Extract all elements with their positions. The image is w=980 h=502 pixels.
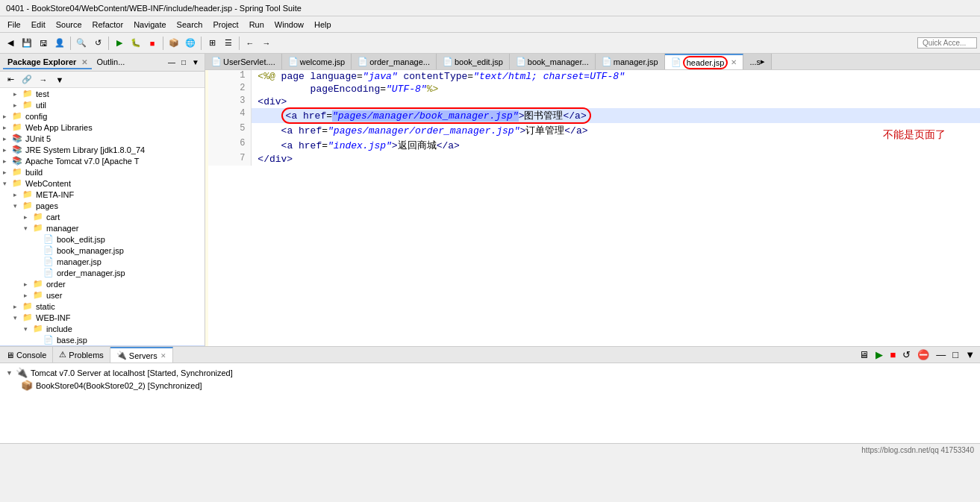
toolbar-server-btn[interactable]: 🌐: [183, 36, 198, 51]
toolbar-perspectives-btn[interactable]: ⊞: [205, 36, 219, 51]
menu-window[interactable]: Window: [270, 19, 308, 31]
code-line: 1<%@ page language="java" contentType="t…: [208, 70, 980, 83]
menu-source[interactable]: Source: [52, 19, 87, 31]
code-editor[interactable]: 不能是页面了 1<%@ page language="java" content…: [205, 70, 980, 346]
server-label: Tomcat v7.0 Server at localhost [Started…: [31, 368, 233, 377]
sidebar-minimize-icon[interactable]: —: [166, 57, 178, 67]
tree-file-icon: 📁: [33, 324, 45, 333]
tree-arrow: ▸: [3, 135, 12, 142]
bottom-tab-console[interactable]: 🖥 Console: [0, 347, 53, 363]
bottom-toolbar-minimize-icon[interactable]: —: [934, 348, 948, 361]
bottom-tab-servers[interactable]: 🔌 Servers ✕: [110, 347, 173, 363]
tab-close-icon[interactable]: ✕: [731, 58, 737, 66]
tree-item-config[interactable]: ▸📁config: [0, 110, 205, 122]
toolbar-back-btn[interactable]: ◀: [3, 36, 18, 51]
menu-refactor[interactable]: Refactor: [88, 19, 128, 31]
bottom-tab-problems[interactable]: ⚠ Problems: [53, 347, 110, 363]
sidebar-maximize-icon[interactable]: □: [179, 57, 188, 67]
toolbar-search-btn[interactable]: 🔍: [74, 36, 89, 51]
tree-item-webcontent[interactable]: ▾📁WebContent: [0, 178, 205, 189]
code-line: 5 <a href="pages/manager/order_manager.j…: [208, 123, 980, 138]
toolbar-refresh-btn[interactable]: ↺: [90, 36, 105, 51]
tree-item-static[interactable]: ▸📁static: [0, 301, 205, 312]
bottom-toolbar-stop-icon[interactable]: ■: [887, 348, 898, 361]
tree-item-include[interactable]: ▾📁include: [0, 323, 205, 334]
editor-tab-welcome[interactable]: 📄 welcome.jsp: [282, 54, 352, 69]
tree-item-webinf[interactable]: ▾📁WEB-INF: [0, 312, 205, 323]
tree-item-base_jsp[interactable]: 📄base.jsp: [0, 334, 205, 345]
menu-navigate[interactable]: Navigate: [129, 19, 170, 31]
tree-arrow: ▸: [3, 113, 12, 120]
tree-item-junit5[interactable]: ▸📚JUnit 5: [0, 133, 205, 144]
tree-item-user[interactable]: ▸📁user: [0, 289, 205, 301]
tree-file-icon: 📁: [22, 201, 34, 210]
tree-item-book_edit[interactable]: 📄book_edit.jsp: [0, 233, 205, 245]
menu-run[interactable]: Run: [245, 19, 269, 31]
tree-item-metainf[interactable]: ▸📁META-INF: [0, 189, 205, 200]
toolbar-layout-btn[interactable]: ☰: [221, 36, 236, 51]
sidebar-menu-icon[interactable]: ▼: [52, 72, 67, 87]
tree-item-manager[interactable]: ▾📁manager: [0, 222, 205, 233]
editor-tab-order-manage[interactable]: 📄 order_manage...: [352, 54, 437, 69]
tree-item-manager_jsp[interactable]: 📄manager.jsp: [0, 256, 205, 267]
menu-edit[interactable]: Edit: [27, 19, 50, 31]
bottom-toolbar-maximize-icon[interactable]: □: [950, 348, 961, 361]
line-number: 4: [208, 108, 252, 123]
tree-item-order_manager[interactable]: 📄order_manager.jsp: [0, 267, 205, 278]
bottom-toolbar-restart-icon[interactable]: ↺: [900, 348, 913, 361]
toolbar-user-btn[interactable]: 👤: [52, 36, 67, 51]
tree-file-icon: 📁: [22, 301, 34, 311]
sidebar-forward-icon[interactable]: →: [36, 72, 51, 87]
toolbar-prev-btn[interactable]: ←: [243, 36, 258, 51]
editor-tab-more[interactable]: ...s ▸: [743, 54, 772, 69]
bottom-toolbar-disconnect-icon[interactable]: ⛔: [915, 348, 931, 361]
tree-item-util[interactable]: ▸📁util: [0, 99, 205, 110]
tree-item-pages[interactable]: ▾📁pages: [0, 200, 205, 211]
tree-container[interactable]: ▸📁test▸📁util▸📁config▸📁Web App Libraries▸…: [0, 88, 205, 346]
editor-tab-label: order_manage...: [369, 57, 430, 66]
toolbar-sep5: [239, 37, 240, 50]
menu-file[interactable]: File: [3, 19, 25, 31]
toolbar-save2-btn[interactable]: 🖫: [36, 36, 51, 51]
sidebar-close-icon[interactable]: ▼: [190, 57, 202, 67]
tree-item-test[interactable]: ▸📁test: [0, 88, 205, 99]
menu-bar: File Edit Source Refactor Navigate Searc…: [0, 16, 980, 33]
toolbar-deploy-btn[interactable]: 📦: [166, 36, 181, 51]
tree-item-header_jsp[interactable]: 📄header.jsp: [0, 345, 205, 346]
editor-tab-book-edit[interactable]: 📄 book_edit.jsp: [437, 54, 510, 69]
editor-tab-label: welcome.jsp: [300, 57, 346, 66]
toolbar-debug-btn[interactable]: 🐛: [128, 36, 143, 51]
toolbar-next-btn[interactable]: →: [259, 36, 274, 51]
bottom-toolbar-menu-icon[interactable]: ▼: [963, 348, 977, 361]
menu-project[interactable]: Project: [208, 19, 243, 31]
toolbar-run-btn[interactable]: ▶: [112, 36, 127, 51]
server-sub-item[interactable]: 📦 BookStore04(BookStore02_2) [Synchroniz…: [6, 379, 974, 392]
sidebar-link-icon[interactable]: 🔗: [19, 72, 34, 87]
menu-help[interactable]: Help: [310, 19, 336, 31]
tree-arrow: ▸: [3, 124, 12, 131]
tree-item-label: META-INF: [36, 190, 74, 199]
editor-tab-userservlet[interactable]: 📄 UserServlet....: [205, 54, 282, 69]
menu-search[interactable]: Search: [172, 19, 207, 31]
toolbar-sep1: [70, 37, 71, 50]
editor-tab-header[interactable]: 📄 header.jsp ✕: [665, 54, 744, 69]
editor-tab-manager[interactable]: 📄 manager.jsp: [596, 54, 665, 69]
quick-access-input[interactable]: [917, 37, 977, 48]
tree-item-tomcat[interactable]: ▸📚Apache Tomcat v7.0 [Apache T: [0, 155, 205, 166]
tree-item-order[interactable]: ▸📁order: [0, 278, 205, 289]
sidebar-tab-outline[interactable]: Outlin...: [92, 56, 129, 69]
tree-item-jre[interactable]: ▸📚JRE System Library [jdk1.8.0_74: [0, 144, 205, 155]
toolbar-save-btn[interactable]: 💾: [19, 36, 34, 51]
line-number: 6: [208, 138, 252, 153]
tree-item-webapplib[interactable]: ▸📁Web App Libraries: [0, 122, 205, 133]
editor-tab-book-manager[interactable]: 📄 book_manager...: [510, 54, 596, 69]
server-item[interactable]: ▼ 🔌 Tomcat v7.0 Server at localhost [Sta…: [6, 366, 974, 379]
sidebar-tab-package-explorer[interactable]: Package Explorer ✕: [3, 56, 92, 69]
bottom-toolbar-new-server-icon[interactable]: 🖥: [857, 348, 871, 361]
sidebar-collapse-icon[interactable]: ⇤: [3, 72, 18, 87]
tree-item-book_manager[interactable]: 📄book_manager.jsp: [0, 245, 205, 256]
tree-item-build[interactable]: ▸📁build: [0, 166, 205, 178]
bottom-toolbar-start-icon[interactable]: ▶: [873, 348, 885, 361]
toolbar-stop-btn[interactable]: ■: [145, 36, 160, 51]
tree-item-cart[interactable]: ▸📁cart: [0, 211, 205, 222]
